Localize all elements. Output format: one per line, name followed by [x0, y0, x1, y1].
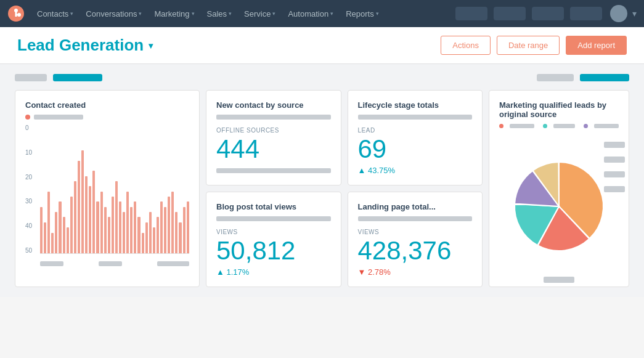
pie-chart-container	[499, 136, 619, 277]
chart-bar	[74, 181, 76, 253]
mqls-legend-top	[499, 124, 619, 128]
legend-bar-3	[594, 124, 619, 128]
bar-chart: 50 40 30 20 10 0	[25, 124, 189, 272]
pie-legend	[604, 142, 625, 192]
chart-bar	[104, 207, 107, 253]
nav-help	[570, 7, 602, 20]
nav-sales[interactable]: Sales ▾	[202, 7, 237, 21]
blog-views-legend-bar	[216, 216, 331, 221]
pie-bottom-legend	[544, 277, 574, 283]
chart-bar	[183, 207, 185, 253]
chart-bar	[187, 201, 189, 253]
landing-views-title: Landing page total...	[358, 202, 473, 211]
page-title-dropdown-icon[interactable]: ▾	[149, 41, 153, 51]
chart-bar	[164, 207, 166, 253]
lifecycle-stat-change: ▲ 43.75%	[358, 166, 473, 175]
pie-chart	[503, 151, 614, 262]
pie-bottom-swatch	[544, 277, 574, 283]
nav-service[interactable]: Service ▾	[239, 7, 280, 21]
pie-legend-item-4	[604, 186, 625, 192]
nav-conversations[interactable]: Conversations ▾	[81, 7, 147, 21]
chart-bars	[40, 124, 189, 254]
chart-bar	[171, 192, 174, 253]
chart-bar	[179, 222, 181, 253]
x-label	[157, 261, 189, 266]
chart-bar	[67, 227, 69, 253]
chart-bar	[123, 212, 125, 253]
chart-bar	[40, 207, 43, 253]
chart-bar	[142, 233, 144, 253]
contact-created-title: Contact created	[25, 100, 189, 110]
chart-bar	[96, 201, 99, 253]
lifecycle-stat-value: 69	[358, 136, 473, 162]
mqls-title: Marketing qualified leads by original so…	[499, 100, 619, 119]
up-arrow-icon: ▲	[358, 166, 366, 175]
nav-conversations-chevron-icon: ▾	[139, 10, 142, 17]
nav-reports[interactable]: Reports ▾	[341, 7, 384, 21]
blog-views-title: Blog post total views	[216, 202, 331, 211]
chart-bar	[55, 212, 57, 253]
legend-swatch-2	[604, 157, 625, 163]
chart-bar	[81, 150, 84, 253]
landing-views-legend-bar	[358, 216, 473, 221]
legend-dot-2-icon	[543, 124, 547, 128]
landing-views-stat-value: 428,376	[358, 238, 473, 264]
chart-bar	[108, 217, 110, 253]
legend-bar-2	[553, 124, 575, 128]
header-actions: Actions Date range Add report	[441, 36, 627, 55]
new-contact-stat-label: OFFLINE SOURCES	[216, 127, 331, 134]
page-title: Lead Generation ▾	[17, 36, 153, 55]
chart-bar	[85, 176, 88, 253]
chart-bar	[157, 217, 159, 253]
nav-service-chevron-icon: ▾	[272, 10, 275, 17]
chart-bar	[112, 197, 114, 253]
chart-bar	[175, 212, 177, 253]
nav-sales-chevron-icon: ▾	[229, 10, 232, 17]
contact-created-legend	[25, 115, 189, 120]
x-label	[99, 261, 122, 266]
nav-automation[interactable]: Automation ▾	[283, 7, 338, 21]
dashboard-content: Contact created 50 40 30 20 10 0	[0, 64, 644, 297]
legend-dot-3-icon	[584, 124, 588, 128]
blog-views-stat-change: ▲ 1.17%	[216, 267, 331, 277]
landing-views-card: Landing page total... VIEWS 428,376 ▼ 2.…	[348, 192, 483, 287]
chart-bar	[153, 227, 155, 253]
nav-marketing[interactable]: Marketing ▾	[149, 7, 199, 21]
legend-swatch-4	[604, 186, 625, 192]
actions-button[interactable]: Actions	[441, 36, 491, 55]
pie-legend-item-2	[604, 157, 625, 163]
chart-bar	[47, 192, 50, 253]
pie-legend-item-3	[604, 171, 625, 177]
chart-bar	[59, 201, 61, 253]
date-range-button[interactable]: Date range	[497, 36, 560, 55]
chart-bar	[100, 192, 103, 253]
nav-user-chevron-icon: ▾	[632, 9, 637, 18]
chart-y-labels: 50 40 30 20 10 0	[25, 124, 32, 254]
chart-bar	[134, 201, 136, 253]
chart-bar	[115, 181, 118, 253]
add-report-button[interactable]: Add report	[566, 36, 627, 55]
landing-views-stat-change: ▼ 2.78%	[358, 267, 473, 277]
chart-bar	[160, 201, 163, 253]
lifecycle-title: Lifecycle stage totals	[358, 100, 473, 110]
down-arrow-icon: ▼	[358, 267, 366, 277]
up-arrow-icon: ▲	[216, 267, 224, 277]
blog-views-card: Blog post total views VIEWS 50,812 ▲ 1.1…	[206, 192, 341, 287]
navbar: Contacts ▾ Conversations ▾ Marketing ▾ S…	[0, 0, 644, 27]
nav-contacts[interactable]: Contacts ▾	[32, 7, 78, 21]
chart-bar	[63, 217, 65, 253]
chart-bar	[89, 186, 91, 253]
lifecycle-card: Lifecycle stage totals LEAD 69 ▲ 43.75%	[348, 90, 483, 185]
nav-automation-chevron-icon: ▾	[330, 10, 333, 17]
chart-bar	[145, 222, 148, 253]
nav-notifications	[494, 7, 526, 20]
legend-dot-1-icon	[499, 124, 503, 128]
nav-reports-chevron-icon: ▾	[376, 10, 379, 17]
nav-avatar[interactable]	[610, 5, 627, 22]
lifecycle-stat-label: LEAD	[358, 127, 473, 134]
filter-pill-4	[580, 74, 629, 81]
hubspot-logo-icon	[7, 5, 25, 22]
lifecycle-legend-bar	[358, 115, 473, 120]
nav-marketing-chevron-icon: ▾	[192, 10, 195, 17]
contact-created-card: Contact created 50 40 30 20 10 0	[15, 90, 200, 287]
